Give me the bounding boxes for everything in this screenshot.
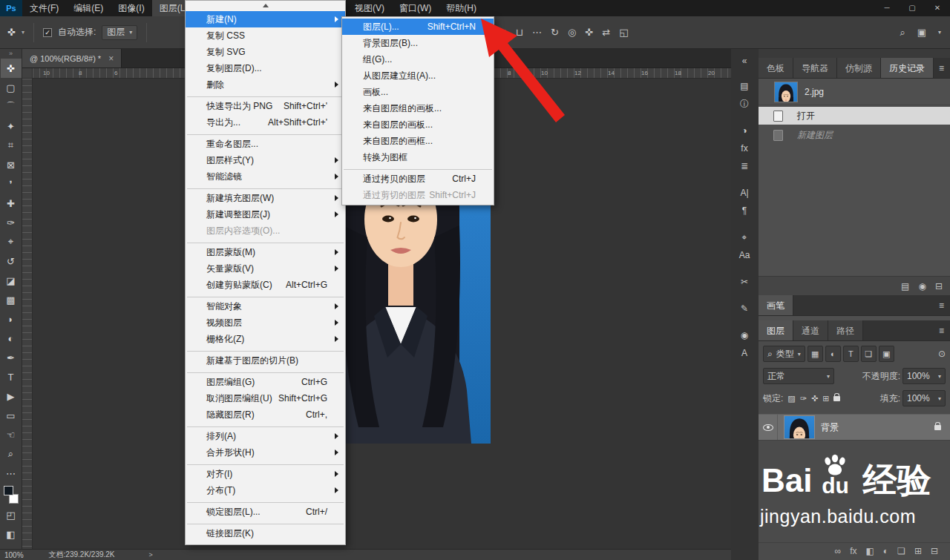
menubar-item[interactable]: 帮助(H) xyxy=(439,0,484,16)
menu-item[interactable]: 新建调整图层(J) xyxy=(186,206,345,223)
submenu-item[interactable]: 来自图层的画板... xyxy=(342,116,494,133)
tab-brushes[interactable]: 画笔 xyxy=(759,295,793,315)
panel-tab[interactable]: 仿制源 xyxy=(837,58,881,78)
delete-state-icon[interactable]: ⊟ xyxy=(935,281,943,291)
edit-toolbar-icon[interactable]: ⋯ xyxy=(1,464,22,483)
delete-layer-icon[interactable]: ⊟ xyxy=(931,546,938,556)
adjustments-panel-icon[interactable]: ◑ xyxy=(735,122,754,139)
lock-transparency-icon[interactable]: ▨ xyxy=(787,394,795,403)
submenu-item[interactable]: 通过拷贝的图层 Ctrl+J xyxy=(342,171,494,187)
menu-item[interactable]: 删除 xyxy=(186,76,345,93)
menu-item[interactable]: 图层内容选项(O)... xyxy=(186,223,345,239)
frame-tool-icon[interactable]: ⊠ xyxy=(1,155,22,174)
panel-tab[interactable]: 导航器 xyxy=(793,58,837,78)
quick-mask-icon[interactable]: ◰ xyxy=(1,505,22,524)
menu-item[interactable] xyxy=(186,520,345,525)
character-panel-icon[interactable]: A| xyxy=(735,184,754,202)
submenu-item[interactable]: 转换为图框 xyxy=(342,149,494,165)
menubar-item[interactable]: 窗口(W) xyxy=(392,0,439,16)
pen-tool-icon[interactable]: ✒ xyxy=(1,348,22,367)
submenu-item[interactable]: 来自图层的画框... xyxy=(342,133,494,149)
collapse-panels-icon[interactable]: « xyxy=(735,52,754,70)
hand-tool-icon[interactable]: ☜ xyxy=(1,425,22,444)
clone-stamp-tool-icon[interactable]: ⌖ xyxy=(1,232,22,251)
menu-item[interactable] xyxy=(186,498,345,504)
menu-item[interactable]: 快速导出为 PNG Shift+Ctrl+' xyxy=(186,98,345,114)
menu-item[interactable]: 合并形状(H) xyxy=(186,444,345,461)
auto-select-checkbox[interactable]: ✓ xyxy=(43,28,52,37)
history-snapshot-row[interactable]: 2.jpg xyxy=(759,79,950,105)
maximize-button[interactable]: ▢ xyxy=(900,0,925,16)
align-center-icon[interactable]: ⊔ xyxy=(516,27,523,38)
scroll-up-icon[interactable] xyxy=(186,1,345,11)
search-icon[interactable]: ⌕ xyxy=(900,27,905,39)
styles-panel-icon[interactable]: fx xyxy=(735,139,754,157)
shape-tool-icon[interactable]: ▭ xyxy=(1,406,22,425)
menu-item[interactable]: 重命名图层... xyxy=(186,136,345,152)
lock-position-icon[interactable]: ✜ xyxy=(811,394,818,403)
history-brush-source-box[interactable] xyxy=(759,107,773,125)
submenu-item[interactable] xyxy=(342,165,494,171)
new-adjustment-layer-icon[interactable]: ◐ xyxy=(883,546,888,556)
screen-mode-icon[interactable]: ◧ xyxy=(1,524,22,544)
3d-slide-icon[interactable]: ⇄ xyxy=(602,27,610,38)
info-panel-icon[interactable]: ⓘ xyxy=(735,95,754,113)
menu-item[interactable]: 复制图层(D)... xyxy=(186,60,345,76)
3d-scale-icon[interactable]: ◱ xyxy=(619,27,628,38)
menu-item[interactable] xyxy=(186,461,345,466)
blur-tool-icon[interactable]: ◗ xyxy=(1,309,22,329)
history-state-row[interactable]: 打开 xyxy=(759,107,950,125)
tool-preset-caret-icon[interactable]: ▾ xyxy=(22,29,24,36)
layer-style-icon[interactable]: fx xyxy=(850,546,856,556)
history-state-row[interactable]: 新建图层 xyxy=(759,126,950,144)
menu-item[interactable]: 视频图层 xyxy=(186,314,345,331)
brush-tool-icon[interactable]: ✑ xyxy=(1,213,22,232)
menu-item[interactable]: 新建基于图层的切片(B) xyxy=(186,352,345,369)
panel-menu-icon[interactable]: ≡ xyxy=(939,58,944,79)
move-tool-icon[interactable]: ✜ xyxy=(1,59,22,78)
clone-source-panel-icon[interactable]: ⌖ xyxy=(735,228,754,246)
menu-item[interactable]: 图层蒙版(M) xyxy=(186,244,345,260)
auto-select-target-dropdown[interactable]: 图层 ▾ xyxy=(102,25,137,40)
3d-roll-icon[interactable]: ◎ xyxy=(568,27,576,38)
layer-thumbnail[interactable] xyxy=(784,416,814,438)
libraries-panel-icon[interactable]: ≣ xyxy=(735,157,754,175)
panel-tab[interactable]: 路径 xyxy=(828,320,863,340)
menu-item[interactable] xyxy=(186,293,345,298)
fill-field[interactable]: 100% ▾ xyxy=(902,390,946,406)
zoom-level[interactable]: 100% xyxy=(0,551,30,559)
submenu-item[interactable]: 图层(L)... Shift+Ctrl+N xyxy=(342,19,494,35)
submenu-item[interactable]: 画板... xyxy=(342,84,494,100)
menubar-item[interactable]: 视图(V) xyxy=(347,0,392,16)
menu-item[interactable]: 新建(N) xyxy=(186,11,345,27)
menu-item[interactable] xyxy=(186,347,345,352)
filter-toggle-icon[interactable]: ⊙ xyxy=(938,349,946,359)
menu-item[interactable]: 复制 SVG xyxy=(186,44,345,60)
menu-item[interactable]: 锁定图层(L)... Ctrl+/ xyxy=(186,504,345,520)
opacity-field[interactable]: 100% ▾ xyxy=(902,368,946,384)
new-document-from-state-icon[interactable]: ▤ xyxy=(901,281,909,291)
foreground-color-swatch[interactable] xyxy=(4,486,13,495)
new-group-icon[interactable]: ❏ xyxy=(897,546,905,556)
panel-menu-icon[interactable]: ≡ xyxy=(939,295,944,316)
history-brush-source-box[interactable] xyxy=(759,126,773,144)
menu-item[interactable]: 矢量蒙版(V) xyxy=(186,260,345,277)
submenu-item[interactable]: 来自图层组的画板... xyxy=(342,100,494,116)
panel-menu-icon[interactable]: ≡ xyxy=(939,320,944,341)
link-layers-icon[interactable]: ∞ xyxy=(835,546,842,556)
layer-filter-type-dropdown[interactable]: ⌕ 类型 ▾ xyxy=(763,346,805,362)
color-swatches[interactable] xyxy=(2,484,20,505)
zoom-tool-icon[interactable]: ⌕ xyxy=(1,444,22,464)
menu-item[interactable]: 智能滤镜 xyxy=(186,168,345,185)
lasso-tool-icon[interactable]: ⌒ xyxy=(1,97,22,116)
menu-item[interactable]: 导出为... Alt+Shift+Ctrl+' xyxy=(186,114,345,131)
new-layer-icon[interactable]: ⊞ xyxy=(914,546,922,556)
menu-item[interactable]: 排列(A) xyxy=(186,428,345,444)
align-left-icon[interactable]: ⊏ xyxy=(499,27,507,38)
eyedropper-tool-icon[interactable]: ❜ xyxy=(1,174,22,194)
close-tab-icon[interactable]: × xyxy=(108,53,114,64)
panel-tab[interactable]: 色板 xyxy=(759,58,793,78)
menu-item[interactable] xyxy=(186,369,345,374)
menu-item[interactable]: 隐藏图层(R) Ctrl+, xyxy=(186,406,345,423)
path-select-tool-icon[interactable]: ▶ xyxy=(1,386,22,406)
